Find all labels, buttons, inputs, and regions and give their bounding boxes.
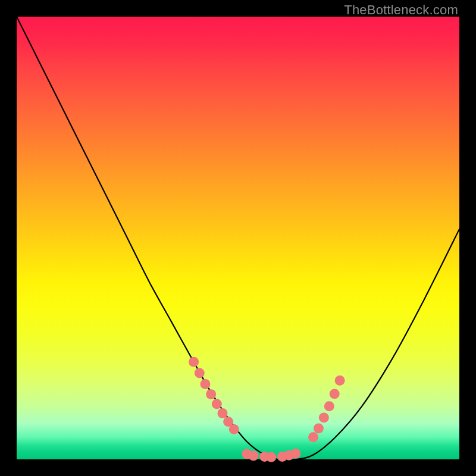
chart-svg bbox=[17, 17, 459, 459]
chart-frame: TheBottleneck.com bbox=[0, 0, 476, 476]
watermark-text: TheBottleneck.com bbox=[344, 2, 458, 18]
chart-marker bbox=[206, 389, 216, 399]
chart-marker bbox=[189, 357, 199, 367]
chart-marker bbox=[324, 401, 334, 411]
chart-marker bbox=[195, 368, 205, 378]
chart-marker bbox=[229, 424, 239, 434]
chart-curve bbox=[17, 17, 459, 460]
chart-marker bbox=[335, 375, 345, 386]
chart-marker bbox=[290, 449, 300, 459]
chart-marker bbox=[330, 389, 340, 399]
chart-marker bbox=[217, 408, 227, 418]
chart-marker bbox=[249, 451, 259, 461]
chart-marker bbox=[319, 413, 329, 423]
chart-plot-area bbox=[17, 17, 459, 459]
chart-marker bbox=[212, 399, 222, 409]
chart-marker bbox=[266, 452, 276, 462]
chart-marker bbox=[200, 379, 210, 389]
chart-marker bbox=[308, 432, 318, 442]
chart-marker bbox=[314, 423, 324, 433]
chart-markers bbox=[189, 357, 345, 462]
